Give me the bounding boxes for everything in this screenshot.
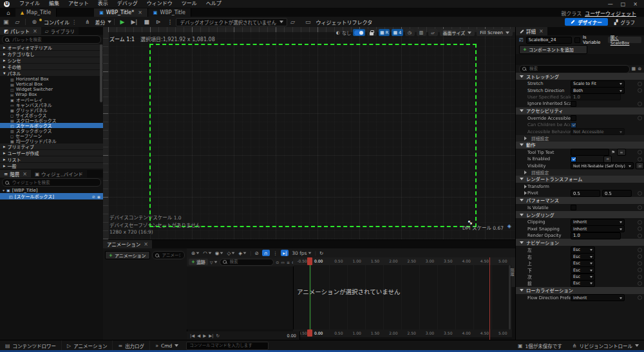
palette-scrollbar[interactable] <box>100 44 102 102</box>
preview-language-label[interactable]: なし <box>342 30 351 36</box>
reset-icon[interactable] <box>638 82 642 86</box>
track-search[interactable] <box>220 259 274 266</box>
tab-wbp-title[interactable]: ▣ WBP_Title <box>148 8 191 17</box>
add-track-button[interactable]: + 追跡 <box>189 259 208 265</box>
outlines-button[interactable]: ▱ <box>428 29 438 36</box>
close-icon[interactable]: × <box>633 1 638 7</box>
reset-icon[interactable] <box>638 88 642 93</box>
palette-entry[interactable]: ▸ カテゴリなし <box>0 51 103 57</box>
cmd-dropdown[interactable]: » Cmd <box>150 340 184 351</box>
filter-icon[interactable]: ▽ <box>210 259 218 265</box>
widget-outline[interactable] <box>149 44 477 227</box>
track-search-input[interactable] <box>229 259 271 265</box>
pivot-y-field[interactable]: 0.5 <box>602 190 632 197</box>
animation-status-button[interactable]: ▷ アニメーション <box>62 340 113 351</box>
tab-details[interactable]: 詳細 × <box>516 27 547 35</box>
close-icon[interactable]: × <box>144 241 148 247</box>
details-search-input[interactable] <box>528 66 627 72</box>
compile-options-icon[interactable]: ⋮ <box>71 19 77 25</box>
menu-item[interactable]: ウィンドウ <box>142 0 177 8</box>
tool-tip-text-field[interactable] <box>571 149 609 156</box>
unlock-icon[interactable]: ⊘ <box>92 194 95 199</box>
auto-key-icon[interactable]: ⊘ <box>254 250 258 256</box>
console-command-input[interactable] <box>186 342 269 350</box>
minimize-icon[interactable]: — <box>608 1 613 7</box>
save-icon[interactable]: ▣ <box>3 19 9 25</box>
animation-search-input[interactable] <box>161 252 182 259</box>
is-volatile-checkbox[interactable] <box>571 205 576 210</box>
is-enabled-checkbox[interactable] <box>571 156 576 162</box>
reset-icon[interactable] <box>638 116 642 120</box>
playback-options-icon[interactable]: ◉ <box>215 250 224 256</box>
curve-editor-icon[interactable]: ◠ <box>203 250 212 256</box>
flow-direction-dropdown[interactable]: Inherit <box>571 294 625 301</box>
snap-keys-icon[interactable]: ▸| <box>281 250 289 256</box>
pill-icon[interactable]: ▭ <box>281 260 285 264</box>
tab-wbp-title-active[interactable]: ▣ WBP_Title* × <box>94 8 148 17</box>
playback-end-marker[interactable] <box>489 257 490 340</box>
render-opacity-field[interactable]: 1.0 <box>571 232 621 239</box>
grid-icon[interactable]: ▦ <box>632 66 636 71</box>
diff-button[interactable]: ⋔ 差分 <box>82 19 111 26</box>
category-behavior[interactable]: 動作 <box>516 142 644 149</box>
playhead-line[interactable] <box>310 265 310 329</box>
stretch-direction-dropdown[interactable]: Both <box>571 87 625 94</box>
dpi-settings-gear-icon[interactable]: ◈ <box>507 223 511 229</box>
category-rendering[interactable]: レンダリング <box>516 211 644 219</box>
play-options-icon[interactable]: ⋮ <box>167 19 173 25</box>
category-localization[interactable]: ローカライゼーション <box>516 287 644 295</box>
visibility-dropdown[interactable]: Not Hit-Testable (Self Only) <box>571 162 634 169</box>
unsaved-status[interactable]: ▣ 1個が未保存です <box>513 342 567 349</box>
add-animation-button[interactable]: + アニメーション <box>105 251 150 259</box>
hierarchy-root-row[interactable]: ▾ ▣ [WBP_Title] <box>0 187 103 193</box>
navigation-rule-dropdown[interactable]: Esc <box>571 260 595 267</box>
sequencer-outliner-body[interactable] <box>187 266 294 329</box>
timeline-ruler-bottom[interactable]: -0.500.501.001.502.002.503.003.504.004.5… <box>293 329 512 337</box>
lock-button[interactable] <box>367 29 377 36</box>
details-search[interactable] <box>519 65 630 73</box>
reset-icon[interactable] <box>638 157 642 162</box>
advanced-section-2[interactable]: 詳細設定 <box>516 169 644 176</box>
designer-canvas[interactable]: ズーム 1:1 選択項目:1,921.92 x 1,081.08 ◐ なし ▦ … <box>103 27 515 239</box>
widget-reflector-button[interactable]: ▭ ウィジェットリフレクタ <box>302 19 372 26</box>
play-button[interactable]: ▶ <box>120 19 125 25</box>
localization-preview-icon[interactable]: ◐ <box>336 30 340 35</box>
frame-skip-button[interactable]: ▶| <box>131 19 137 25</box>
reset-icon[interactable] <box>638 261 642 266</box>
palette-entry[interactable]: ▸ リスト <box>0 156 103 162</box>
ignore-inherited-scale-checkbox[interactable] <box>571 101 576 107</box>
close-icon[interactable]: × <box>33 28 37 34</box>
category-render-transform[interactable]: レンダートランスフォーム <box>516 176 644 183</box>
debug-object-dropdown[interactable]: デバッグオブジェクトが選択されていません <box>176 18 287 26</box>
fps-dropdown[interactable]: 30 fps <box>292 250 311 256</box>
override-accessible-checkbox[interactable] <box>571 115 576 121</box>
category-accessibility[interactable]: アクセシビリティ <box>516 107 644 115</box>
reset-icon[interactable] <box>638 227 642 231</box>
reset-icon[interactable] <box>638 220 642 225</box>
menu-item[interactable]: 編集 <box>44 0 64 8</box>
reset-icon[interactable] <box>638 102 642 106</box>
tab-animation[interactable]: アニメーション × <box>103 240 152 248</box>
content-drawer-button[interactable]: ▤ コンテンツドロワー <box>0 340 62 351</box>
pivot-x-field[interactable]: 0.5 <box>571 190 600 197</box>
menu-item[interactable]: ファイル <box>15 0 44 8</box>
timeline-ruler-top[interactable]: -0.500.501.001.502.002.503.003.504.004.5… <box>293 257 512 265</box>
transport-button[interactable]: ▶ <box>203 333 206 338</box>
list-icon[interactable]: ≡ <box>287 260 290 264</box>
category-stretching[interactable]: ストレッチング <box>516 73 644 80</box>
menu-item[interactable]: デバッグ <box>113 0 142 8</box>
open-scalebox-button[interactable]: 開く ScaleBox <box>608 37 641 43</box>
tab-map-title[interactable]: ▲ Map_Title <box>15 8 57 17</box>
navigation-rule-dropdown[interactable]: Esc <box>571 273 595 281</box>
close-icon[interactable]: × <box>539 28 544 34</box>
palette-entry[interactable]: ▸ オーディオマテリアル <box>0 44 103 50</box>
parent-class-link[interactable]: ユーザーウィジェット <box>585 10 636 17</box>
browse-content-icon[interactable]: ▱ <box>15 19 20 25</box>
snap-magnet-icon[interactable]: ∩ <box>262 250 270 256</box>
reset-icon[interactable] <box>638 205 642 210</box>
navigation-rule-dropdown[interactable]: Esc <box>571 280 595 287</box>
menu-item[interactable]: アセット <box>64 0 93 8</box>
palette-entry[interactable]: ▸ シンセ <box>0 57 103 63</box>
revision-control-button[interactable]: ⋔ リビジョンコントロール <box>567 342 644 349</box>
visibility-eye-icon[interactable]: ◉ <box>97 194 100 199</box>
